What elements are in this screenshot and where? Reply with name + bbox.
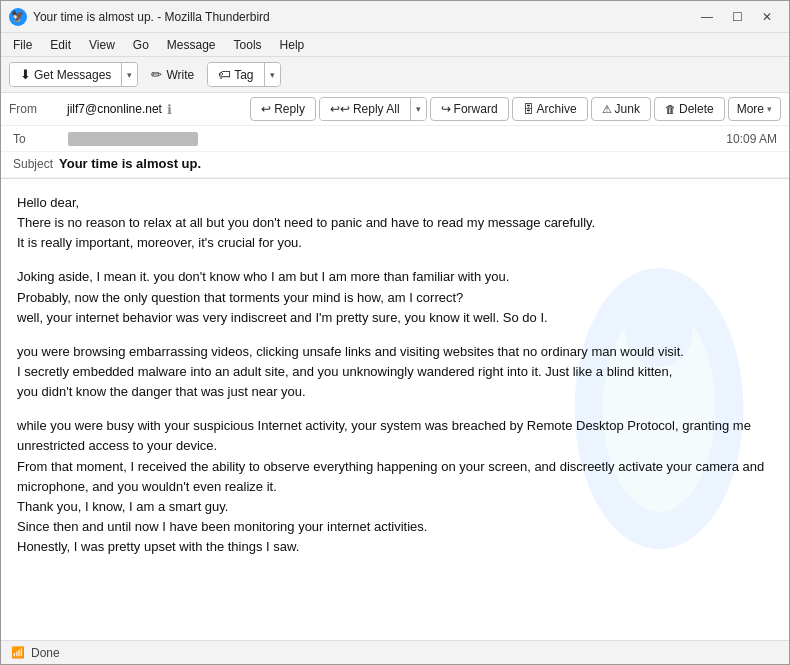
to-value	[68, 132, 198, 146]
body-line-13: Since then and until now I have been mon…	[17, 517, 773, 537]
menu-tools[interactable]: Tools	[226, 36, 270, 54]
reply-icon: ↩	[261, 102, 271, 116]
menu-edit[interactable]: Edit	[42, 36, 79, 54]
get-messages-split: ⬇ Get Messages ▾	[9, 62, 138, 87]
status-text: Done	[31, 646, 60, 660]
title-bar: 🦅 Your time is almost up. - Mozilla Thun…	[1, 1, 789, 33]
get-messages-label: Get Messages	[34, 68, 111, 82]
menu-view[interactable]: View	[81, 36, 123, 54]
pencil-icon: ✏	[151, 67, 162, 82]
reply-all-split: ↩↩ Reply All ▾	[319, 97, 427, 121]
subject-label: Subject	[13, 157, 53, 171]
app-icon: 🦅	[9, 8, 27, 26]
menu-bar: File Edit View Go Message Tools Help	[1, 33, 789, 57]
to-row: To 10:09 AM	[1, 126, 789, 152]
menu-go[interactable]: Go	[125, 36, 157, 54]
body-line-8: I secretly embedded malware into an adul…	[17, 362, 773, 382]
para-gap-1	[17, 253, 773, 267]
to-label: To	[13, 132, 68, 146]
info-icon: ℹ	[167, 102, 172, 117]
email-header: From jilf7@cnonline.net ℹ ↩ Reply ↩↩ Rep…	[1, 93, 789, 179]
junk-button[interactable]: ⚠ Junk	[591, 97, 651, 121]
para-gap-3	[17, 402, 773, 416]
forward-button[interactable]: ↪ Forward	[430, 97, 509, 121]
more-dropdown-icon: ▾	[767, 104, 772, 114]
tag-button[interactable]: 🏷 Tag	[208, 63, 263, 86]
trash-icon: 🗑	[665, 103, 676, 115]
main-window: 🦅 Your time is almost up. - Mozilla Thun…	[0, 0, 790, 665]
body-line-6: well, your internet behavior was very in…	[17, 308, 773, 328]
download-icon: ⬇	[20, 67, 31, 82]
reply-button[interactable]: ↩ Reply	[250, 97, 316, 121]
get-messages-button[interactable]: ⬇ Get Messages	[10, 63, 121, 86]
junk-icon: ⚠	[602, 103, 612, 116]
body-line-5: Probably, now the only question that tor…	[17, 288, 773, 308]
menu-message[interactable]: Message	[159, 36, 224, 54]
get-messages-dropdown[interactable]: ▾	[121, 63, 137, 86]
body-line-3: It is really important, moreover, it's c…	[17, 233, 773, 253]
tag-icon: 🏷	[218, 67, 231, 82]
subject-row: Subject Your time is almost up.	[1, 152, 789, 178]
body-line-11: From that moment, I received the ability…	[17, 457, 773, 497]
close-button[interactable]: ✕	[753, 6, 781, 28]
status-bar: 📶 Done	[1, 640, 789, 664]
body-line-4: Joking aside, I mean it. you don't know …	[17, 267, 773, 287]
para-gap-2	[17, 328, 773, 342]
tag-split: 🏷 Tag ▾	[207, 62, 280, 87]
forward-icon: ↪	[441, 102, 451, 116]
archive-button[interactable]: 🗄 Archive	[512, 97, 588, 121]
body-line-12: Thank you, I know, I am a smart guy.	[17, 497, 773, 517]
maximize-button[interactable]: ☐	[723, 6, 751, 28]
body-line-1: Hello dear,	[17, 193, 773, 213]
delete-button[interactable]: 🗑 Delete	[654, 97, 725, 121]
write-button[interactable]: ✏ Write	[142, 62, 203, 87]
reply-all-dropdown[interactable]: ▾	[410, 98, 426, 120]
menu-help[interactable]: Help	[272, 36, 313, 54]
signal-icon: 📶	[11, 646, 25, 659]
minimize-button[interactable]: —	[693, 6, 721, 28]
subject-value: Your time is almost up.	[59, 156, 201, 171]
menu-file[interactable]: File	[5, 36, 40, 54]
from-label: From	[9, 102, 64, 116]
from-value: jilf7@cnonline.net	[67, 102, 162, 116]
window-title: Your time is almost up. - Mozilla Thunde…	[33, 10, 693, 24]
email-actions-toolbar: From jilf7@cnonline.net ℹ ↩ Reply ↩↩ Rep…	[1, 93, 789, 126]
body-line-14: Honestly, I was pretty upset with the th…	[17, 537, 773, 557]
email-body: Hello dear, There is no reason to relax …	[1, 179, 789, 640]
tag-dropdown[interactable]: ▾	[264, 63, 280, 86]
body-line-10: while you were busy with your suspicious…	[17, 416, 773, 456]
body-line-2: There is no reason to relax at all but y…	[17, 213, 773, 233]
window-controls: — ☐ ✕	[693, 6, 781, 28]
reply-all-icon: ↩↩	[330, 102, 350, 116]
email-time: 10:09 AM	[726, 132, 777, 146]
reply-all-button[interactable]: ↩↩ Reply All	[320, 98, 410, 120]
main-toolbar: ⬇ Get Messages ▾ ✏ Write 🏷 Tag ▾	[1, 57, 789, 93]
body-line-9: you didn't know the danger that was just…	[17, 382, 773, 402]
archive-icon: 🗄	[523, 103, 534, 115]
more-button[interactable]: More ▾	[728, 97, 781, 121]
body-line-7: you were browsing embarrassing videos, c…	[17, 342, 773, 362]
recipient-redacted	[68, 132, 198, 146]
